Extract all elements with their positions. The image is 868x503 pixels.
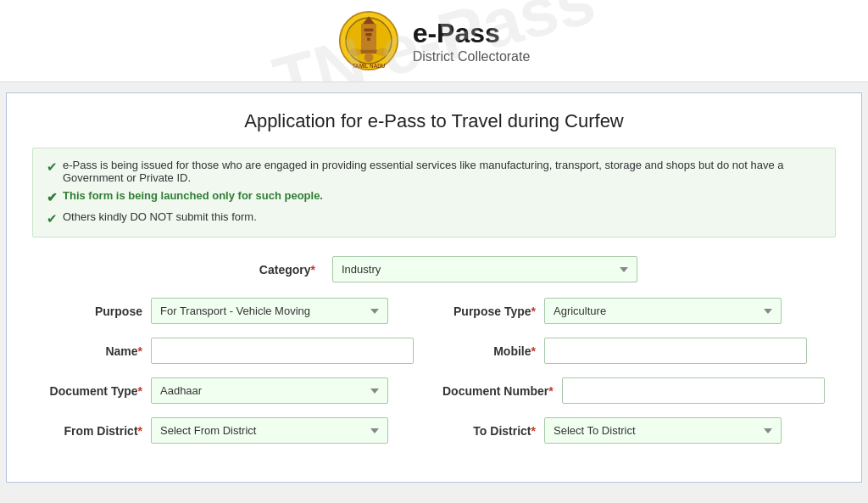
district-row: From District* Select From District To D… bbox=[41, 417, 827, 444]
mobile-input[interactable] bbox=[544, 338, 807, 364]
category-select[interactable]: Industry Transport Medical Essential Ser… bbox=[332, 256, 637, 282]
svg-point-9 bbox=[376, 48, 388, 56]
svg-point-10 bbox=[364, 53, 373, 62]
svg-rect-7 bbox=[367, 37, 370, 41]
doc-number-input[interactable] bbox=[562, 377, 825, 404]
to-district-select[interactable]: Select To District bbox=[544, 417, 782, 444]
from-district-label: From District* bbox=[41, 424, 142, 438]
purpose-select[interactable]: For Transport - Vehicle Moving For Medic… bbox=[151, 298, 388, 324]
form-title: Application for e-Pass to Travel during … bbox=[32, 110, 836, 132]
app-title: e-Pass bbox=[413, 18, 531, 49]
category-row: Category* Industry Transport Medical Ess… bbox=[32, 256, 836, 282]
info-line-1: ✔ e-Pass is being issued for those who a… bbox=[47, 159, 821, 184]
name-mobile-row: Name* Mobile* bbox=[41, 338, 827, 364]
svg-rect-5 bbox=[364, 29, 373, 32]
form-grid: Purpose For Transport - Vehicle Moving F… bbox=[32, 298, 836, 444]
check-icon-3: ✔ bbox=[47, 211, 58, 226]
main-form-container: Application for e-Pass to Travel during … bbox=[6, 92, 862, 483]
emblem-logo: TAMIL NADU bbox=[338, 10, 399, 71]
from-district-select[interactable]: Select From District bbox=[151, 417, 388, 444]
document-row: Document Type* Aadhaar Driving License V… bbox=[41, 377, 827, 404]
doc-type-select[interactable]: Aadhaar Driving License Voter ID Passpor… bbox=[151, 377, 388, 404]
info-line-3: ✔ Others kindly DO NOT submit this form. bbox=[47, 210, 821, 226]
svg-rect-6 bbox=[365, 33, 371, 36]
name-label: Name* bbox=[41, 344, 142, 358]
header-text: e-Pass District Collectorate bbox=[413, 18, 531, 64]
purpose-type-label: Purpose Type* bbox=[442, 305, 536, 318]
app-subtitle: District Collectorate bbox=[413, 49, 531, 64]
purpose-label: Purpose bbox=[41, 305, 142, 318]
info-box: ✔ e-Pass is being issued for those who a… bbox=[32, 148, 836, 238]
name-input[interactable] bbox=[151, 338, 414, 364]
category-label: Category* bbox=[231, 263, 315, 277]
purpose-row: Purpose For Transport - Vehicle Moving F… bbox=[41, 298, 827, 324]
svg-text:TAMIL NADU: TAMIL NADU bbox=[352, 63, 385, 69]
svg-rect-2 bbox=[361, 24, 376, 51]
purpose-type-select[interactable]: Agriculture Transport Medical bbox=[544, 298, 782, 324]
check-icon-1: ✔ bbox=[47, 159, 58, 175]
check-icon-2: ✔ bbox=[47, 190, 58, 205]
doc-number-label: Document Number* bbox=[442, 384, 554, 398]
svg-point-8 bbox=[348, 48, 360, 56]
info-line-2: ✔ This form is being launched only for s… bbox=[47, 189, 821, 205]
page-header: TN e-Pass TAMIL NADU e-Pass District Col… bbox=[0, 0, 868, 82]
mobile-label: Mobile* bbox=[442, 344, 536, 358]
doc-type-label: Document Type* bbox=[41, 384, 142, 398]
to-district-label: To District* bbox=[442, 424, 536, 438]
